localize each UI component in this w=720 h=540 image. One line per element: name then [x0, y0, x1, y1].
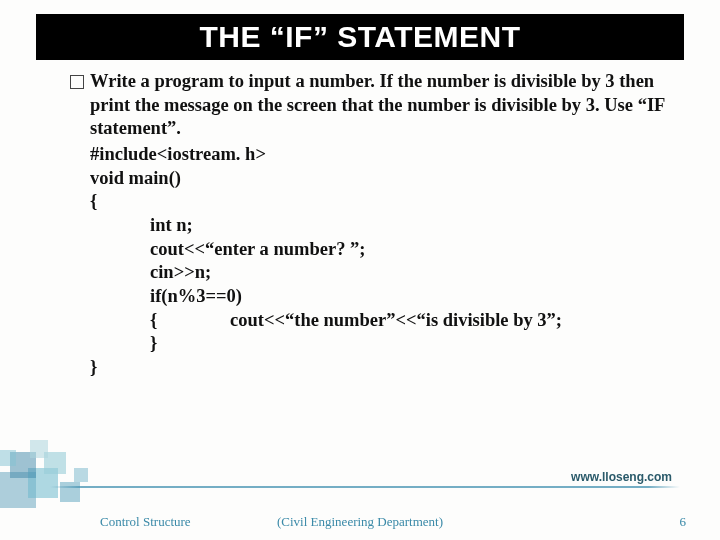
code-line: if(n%3==0) [150, 285, 670, 309]
code-line: cout<<“enter a number? ”; [150, 238, 670, 262]
code-line: void main() [90, 167, 670, 191]
footer-divider [50, 486, 680, 488]
code-line: cin>>n; [150, 261, 670, 285]
code-line: { cout<<“the number”<<“is divisible by 3… [150, 309, 670, 333]
code-line: { [90, 190, 670, 214]
title-bar: THE “IF” STATEMENT [36, 14, 684, 60]
decorative-squares-icon [0, 418, 130, 508]
checkbox-icon [70, 75, 84, 89]
slide-content: Write a program to input a number. If th… [0, 60, 720, 380]
open-brace: { [150, 309, 230, 333]
code-line: #include<iostream. h> [90, 143, 670, 167]
slide-number: 6 [680, 514, 687, 530]
cout-statement: cout<<“the number”<<“is divisible by 3”; [230, 309, 562, 333]
website-link: www.lloseng.com [567, 470, 676, 484]
code-line: } [90, 356, 670, 380]
code-block: #include<iostream. h> void main() { int … [90, 143, 670, 380]
bullet-item: Write a program to input a number. If th… [70, 70, 670, 141]
footer-left: Control Structure [100, 514, 191, 530]
problem-description: Write a program to input a number. If th… [90, 70, 670, 141]
slide-title: THE “IF” STATEMENT [36, 20, 684, 54]
slide-footer: Control Structure (Civil Engineering Dep… [0, 514, 720, 530]
footer-center: (Civil Engineering Department) [277, 514, 443, 530]
code-line: int n; [150, 214, 670, 238]
code-line: } [150, 332, 670, 356]
